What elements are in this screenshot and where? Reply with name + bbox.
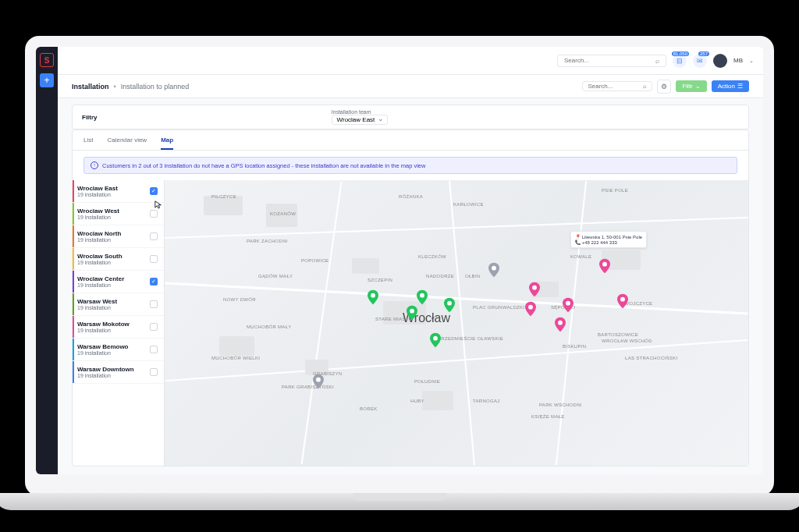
team-name: Warsaw West [77, 298, 150, 305]
map-area-label: KOZANÓW [270, 211, 296, 216]
team-select[interactable]: Wroclaw East [332, 115, 389, 125]
team-field-label: Installation team [332, 109, 389, 115]
map-area-label: KOWALE [570, 254, 591, 259]
tab-calendar[interactable]: Calendar view [107, 137, 147, 150]
map-area-label: PLAC GRUNWALDZKI [473, 305, 524, 310]
badge-2: 257 [698, 51, 709, 56]
svg-point-10 [620, 297, 625, 302]
map-pin[interactable] [599, 258, 610, 274]
warning-banner: ! Customers in 2 out of 3 installation d… [83, 157, 737, 174]
breadcrumb: Installation to planned [121, 83, 190, 90]
map-area-label: RÓŻANKA [399, 194, 423, 199]
svg-point-0 [492, 266, 496, 271]
map-pin[interactable] [368, 289, 378, 305]
team-count: 19 installation [77, 350, 150, 356]
map-tooltip: 📍 Litewska 1, 50-001 Psie Pole 📞 +48 222… [570, 231, 647, 248]
team-checkbox[interactable] [150, 346, 158, 353]
team-name: Wroclaw North [77, 230, 150, 237]
search-icon: ⌕ [655, 57, 659, 65]
team-count: 19 installation [77, 192, 150, 197]
map-pin[interactable] [430, 332, 441, 348]
search-icon: ⌕ [643, 83, 647, 90]
global-search-input[interactable] [564, 57, 655, 64]
chevron-down-icon: ⌄ [695, 83, 701, 90]
menu-icon: ☰ [737, 83, 743, 90]
map-pin[interactable] [444, 297, 455, 313]
map-area-label: Park Wschodni [539, 403, 582, 407]
map-pin[interactable] [417, 289, 428, 305]
team-name: Wroclaw West [77, 207, 150, 215]
notification-icon[interactable]: ✉ 257 [693, 54, 707, 68]
team-row[interactable]: Wroclaw Center 19 installation ✓ [73, 271, 164, 293]
global-search[interactable]: ⌕ [557, 55, 666, 67]
team-checkbox[interactable]: ✓ [150, 187, 158, 195]
team-checkbox[interactable]: ✓ [150, 278, 158, 286]
subheader: Installation • Installation to planned ⌕… [58, 75, 763, 98]
team-row[interactable]: Warsaw West 19 installation [73, 293, 164, 316]
map-pin[interactable] [488, 262, 499, 278]
topbar: ⌕ ⊟ 81,050 ✉ 257 MB ⌄ [58, 47, 763, 75]
map-pin[interactable] [617, 293, 628, 309]
map-area-label: KARŁOWICE [453, 202, 484, 207]
team-count: 19 installation [77, 328, 150, 333]
team-count: 19 installation [77, 305, 150, 310]
map-pin[interactable] [313, 374, 324, 389]
team-row[interactable]: Wroclaw West 19 installation [73, 203, 164, 225]
tab-list[interactable]: List [83, 137, 93, 150]
map-area-label: MUCHOBÓR WIELKI [211, 356, 260, 360]
map-area-label: SZCZEPIN [368, 278, 392, 282]
map-pin[interactable] [407, 305, 417, 321]
map-pin[interactable] [525, 301, 536, 317]
map-area-label: NADODRZE [426, 274, 454, 278]
map-pin[interactable] [529, 282, 540, 297]
team-row[interactable]: Wroclaw North 19 installation [73, 225, 164, 248]
filtry-label: Filtry [82, 114, 98, 121]
map-area-label: PILCZYCE [211, 194, 236, 199]
team-name: Warsaw Mokotow [77, 321, 150, 328]
local-search-input[interactable] [588, 83, 643, 90]
action-button[interactable]: Action☰ [712, 80, 749, 92]
team-list[interactable]: Wroclaw East 19 installation ✓ Wroclaw W… [73, 180, 165, 466]
team-checkbox[interactable] [150, 255, 158, 263]
filter-bar: Filtry Installation team Wroclaw East [72, 105, 749, 129]
badge-1: 81,050 [672, 51, 689, 56]
team-row[interactable]: Wroclaw South 19 installation [73, 248, 164, 271]
team-name: Wroclaw East [77, 185, 150, 192]
map-pin[interactable] [563, 297, 574, 313]
svg-point-9 [602, 262, 607, 267]
add-button[interactable]: + [40, 73, 54, 87]
local-search[interactable]: ⌕ [582, 81, 652, 91]
svg-point-6 [532, 286, 537, 290]
map-pin[interactable] [555, 317, 566, 332]
svg-point-1 [371, 293, 375, 298]
settings-button[interactable]: ⚙ [657, 80, 671, 94]
team-checkbox[interactable] [150, 210, 158, 218]
team-count: 19 installation [77, 373, 150, 378]
avatar[interactable] [713, 54, 727, 68]
team-checkbox[interactable] [150, 323, 158, 331]
svg-point-3 [410, 309, 414, 314]
map-area-label: BARTOSZOWICE [598, 332, 638, 337]
team-checkbox[interactable] [150, 232, 158, 240]
team-name: Warsaw Downtown [77, 366, 150, 373]
team-row[interactable]: Warsaw Bemowo 19 installation [73, 339, 164, 361]
svg-point-2 [420, 293, 424, 298]
app-logo: S [40, 53, 54, 67]
db-icon[interactable]: ⊟ 81,050 [673, 54, 687, 68]
team-checkbox[interactable] [150, 300, 158, 308]
map-area-label: Las Strachociński [625, 356, 677, 360]
team-row[interactable]: Warsaw Downtown 19 installation [73, 361, 164, 384]
map-canvas[interactable]: Wrocław 📍 Litewska 1, 50-001 Psie Pole 📞… [165, 180, 748, 466]
team-row[interactable]: Warsaw Mokotow 19 installation [73, 316, 164, 339]
filter-button[interactable]: Filtr⌄ [676, 80, 706, 92]
user-menu-chevron[interactable]: ⌄ [749, 58, 754, 64]
map-area-label: KSIĘŻE MAŁE [531, 414, 565, 419]
tabs: List Calendar view Map [73, 130, 748, 151]
team-checkbox[interactable] [150, 368, 158, 376]
map-area-label: HUBY [410, 399, 424, 403]
map-area-label: BOREK [360, 406, 378, 411]
team-row[interactable]: Wroclaw East 19 installation ✓ [73, 180, 164, 203]
sidebar-rail: S + [36, 47, 58, 474]
map-area-label: POPOWICE [301, 258, 328, 263]
tab-map[interactable]: Map [161, 137, 173, 150]
